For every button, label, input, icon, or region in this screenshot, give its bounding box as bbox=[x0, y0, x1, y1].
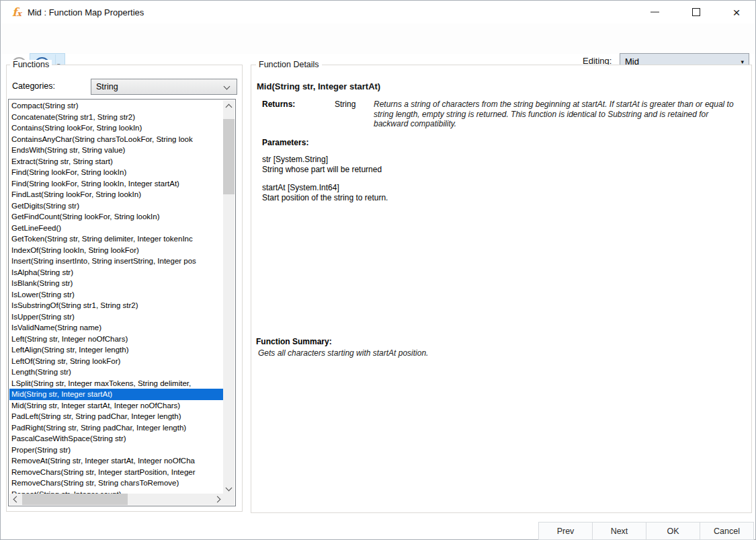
list-item[interactable]: IsBlank(String str) bbox=[9, 278, 224, 289]
categories-combobox[interactable]: String bbox=[91, 79, 237, 95]
categories-combobox-value: String bbox=[96, 82, 118, 91]
chevron-left-icon bbox=[13, 496, 19, 503]
list-item[interactable]: Find(String lookFor, String lookIn) bbox=[9, 167, 224, 178]
parameter-description: String whose part will be returned bbox=[262, 165, 388, 175]
parameter-name: startAt [System.Int64] bbox=[262, 183, 388, 193]
chevron-up-icon bbox=[226, 104, 233, 110]
list-item[interactable]: GetLineFeed() bbox=[9, 223, 224, 234]
next-button[interactable]: Next bbox=[592, 522, 646, 540]
ok-button[interactable]: OK bbox=[646, 522, 700, 540]
function-listbox: Compact(String str)Concatenate(String st… bbox=[8, 99, 236, 506]
function-list: Compact(String str)Concatenate(String st… bbox=[9, 100, 224, 494]
maximize-icon bbox=[692, 8, 700, 16]
list-item[interactable]: Mid(String str, Integer startAt) bbox=[9, 389, 224, 400]
list-item[interactable]: RemoveChars(String str, Integer startPos… bbox=[9, 467, 224, 478]
list-item[interactable]: IsSubstringOf(String str1, String str2) bbox=[9, 300, 224, 311]
returns-description: Returns a string of characters from the … bbox=[374, 100, 737, 129]
list-item[interactable]: GetFindCount(String lookFor, String look… bbox=[9, 211, 224, 223]
function-map-properties-dialog: fx Mid : Function Map Properties × ← → ▾… bbox=[0, 0, 756, 540]
functions-groupbox-title: Functions bbox=[10, 60, 52, 69]
function-summary-text: Gets all characters starting with startA… bbox=[258, 348, 428, 358]
list-item[interactable]: PadLeft(String str, String padChar, Inte… bbox=[9, 411, 224, 422]
parameter-description: Start position of the string to return. bbox=[262, 193, 388, 203]
list-item[interactable]: Concatenate(String str1, String str2) bbox=[9, 112, 224, 123]
scroll-up-button[interactable] bbox=[223, 100, 235, 112]
function-summary-label: Function Summary: bbox=[256, 337, 332, 346]
list-item[interactable]: IsLower(String str) bbox=[9, 289, 224, 301]
list-item[interactable]: Contains(String lookFor, String lookIn) bbox=[9, 122, 224, 134]
window-title: Mid : Function Map Properties bbox=[28, 7, 144, 17]
parameter: str [System.String]String whose part wil… bbox=[262, 155, 388, 174]
function-signature: Mid(String str, Integer startAt) bbox=[257, 81, 380, 91]
list-item[interactable]: PascalCaseWithSpace(String str) bbox=[9, 433, 224, 445]
returns-type: String bbox=[335, 100, 355, 109]
list-item[interactable]: RemoveAt(String str, Integer startAt, In… bbox=[9, 455, 224, 467]
maximize-button[interactable] bbox=[686, 3, 706, 21]
parameter: startAt [System.Int64]Start position of … bbox=[262, 183, 388, 202]
list-item[interactable]: IsAlpha(String str) bbox=[9, 267, 224, 278]
horizontal-scrollbar[interactable] bbox=[9, 494, 224, 505]
list-item[interactable]: Compact(String str) bbox=[9, 100, 224, 112]
list-item[interactable]: GetDigits(String str) bbox=[9, 200, 224, 212]
minimize-button[interactable] bbox=[644, 3, 665, 21]
fx-icon: fx bbox=[12, 7, 22, 18]
parameters-label: Parameters: bbox=[262, 138, 308, 147]
horizontal-scrollbar-thumb[interactable] bbox=[22, 494, 128, 505]
cancel-button[interactable]: Cancel bbox=[700, 522, 754, 540]
toolbar: ← → ▾ Editing: Mid ▾ bbox=[1, 24, 755, 54]
footer-buttons: PrevNextOKCancel bbox=[538, 522, 754, 540]
vertical-scrollbar-thumb[interactable] bbox=[223, 119, 235, 194]
returns-label: Returns: bbox=[262, 100, 295, 109]
list-item[interactable]: EndsWith(String str, String value) bbox=[9, 145, 224, 156]
list-item[interactable]: Proper(String str) bbox=[9, 445, 224, 456]
list-item[interactable]: Extract(String str, String start) bbox=[9, 156, 224, 167]
scrollbar-corner bbox=[223, 494, 235, 505]
scroll-down-button[interactable] bbox=[223, 483, 235, 494]
chevron-down-icon bbox=[226, 484, 233, 491]
parameters-list: str [System.String]String whose part wil… bbox=[262, 155, 388, 211]
list-item[interactable]: RemoveChars(String str, String charsToRe… bbox=[9, 477, 224, 489]
minimize-icon bbox=[650, 11, 659, 13]
prev-button[interactable]: Prev bbox=[538, 522, 593, 540]
list-item[interactable]: Left(String str, Integer noOfChars) bbox=[9, 334, 224, 345]
vertical-scrollbar[interactable] bbox=[223, 100, 235, 494]
scroll-left-button[interactable] bbox=[9, 494, 21, 505]
list-item[interactable]: LeftAlign(String str, Integer length) bbox=[9, 344, 224, 356]
list-item[interactable]: IndexOf(String lookIn, String lookFor) bbox=[9, 245, 224, 256]
list-item[interactable]: IsUpper(String str) bbox=[9, 311, 224, 323]
chevron-right-icon bbox=[214, 496, 220, 503]
scroll-right-button[interactable] bbox=[212, 494, 224, 505]
function-details-groupbox bbox=[251, 65, 752, 513]
close-button[interactable]: × bbox=[726, 3, 747, 21]
list-item[interactable]: PadRight(String str, String padChar, Int… bbox=[9, 422, 224, 434]
list-item[interactable]: Find(String lookFor, String lookIn, Inte… bbox=[9, 178, 224, 190]
close-icon: × bbox=[732, 6, 740, 19]
list-item[interactable]: GetToken(String str, String delimiter, I… bbox=[9, 233, 224, 245]
list-item[interactable]: IsValidName(String name) bbox=[9, 322, 224, 334]
list-item[interactable]: LSplit(String str, Integer maxTokens, St… bbox=[9, 378, 224, 389]
title-bar: fx Mid : Function Map Properties bbox=[1, 1, 755, 24]
chevron-down-icon bbox=[224, 83, 230, 90]
list-item[interactable]: Mid(String str, Integer startAt, Integer… bbox=[9, 400, 224, 412]
list-item[interactable]: FindLast(String lookFor, String lookIn) bbox=[9, 189, 224, 200]
list-item[interactable]: Insert(String insertInto, String insertS… bbox=[9, 256, 224, 267]
list-item[interactable]: LeftOf(String str, String lookFor) bbox=[9, 356, 224, 367]
categories-label: Categories: bbox=[12, 81, 55, 91]
list-item[interactable]: ContainsAnyChar(String charsToLookFor, S… bbox=[9, 134, 224, 145]
function-details-groupbox-title: Function Details bbox=[256, 60, 322, 69]
parameter-name: str [System.String] bbox=[262, 155, 388, 165]
list-item[interactable]: Length(String str) bbox=[9, 367, 224, 378]
